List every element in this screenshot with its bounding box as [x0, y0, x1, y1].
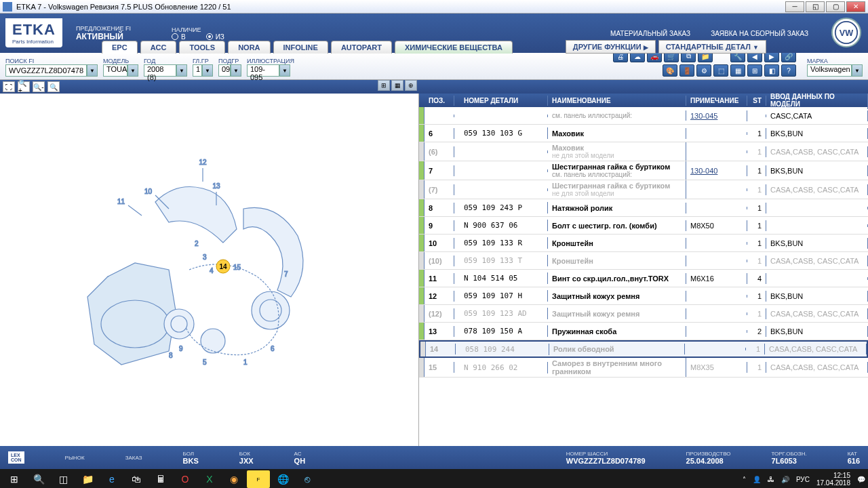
stock-label: НАЛИЧИЕ — [172, 26, 224, 33]
svg-line-12 — [128, 205, 142, 216]
table-row[interactable]: 6059 130 103 GМаховик1BKS,BUN — [419, 125, 868, 142]
vw-logo: VW — [831, 18, 861, 47]
assembly-order-link[interactable]: ЗАЯВКА НА СБОРНЫЙ ЗАКАЗ — [711, 30, 808, 37]
year-select[interactable]: 2008 (8) — [144, 64, 176, 77]
status-bar: LEXCON РЫНОК ЗАКАЗ БОЛBKS БОКJXX АСQH НО… — [0, 446, 868, 469]
brand-dropdown[interactable]: ▼ — [852, 64, 863, 77]
tray-people-icon[interactable]: 👤 — [753, 476, 761, 483]
tool5-icon[interactable]: ⊞ — [747, 64, 762, 77]
svg-text:10: 10 — [144, 188, 152, 195]
zoom-out-icon[interactable]: 🔍- — [33, 81, 45, 92]
table-row[interactable]: 8059 109 243 PНатяжной ролик1 — [419, 199, 868, 217]
table-row[interactable]: (6)Маховикне для этой модели1CASA,CASB, … — [419, 142, 868, 161]
tray-notifications-icon[interactable]: 💬 — [857, 476, 865, 483]
svg-text:9: 9 — [179, 345, 183, 352]
tray-up-icon[interactable]: ˄ — [743, 476, 746, 483]
opera-icon[interactable]: O — [174, 470, 197, 488]
svg-text:2: 2 — [195, 240, 199, 247]
edge-icon[interactable]: e — [100, 470, 123, 488]
diagram-tool1-icon[interactable]: ⊞ — [378, 80, 390, 91]
app-icon — [3, 2, 12, 12]
proposal-label: ПРЕДЛОЖЕНИЕ FI — [76, 25, 131, 32]
app4-icon[interactable]: ⎋ — [296, 470, 319, 488]
tool2-icon[interactable]: ⚙ — [696, 64, 711, 77]
svg-text:6: 6 — [271, 345, 275, 352]
tray-volume-icon[interactable]: 🔊 — [781, 476, 789, 483]
filter-bar: ПОИСК FI▼ МОДЕЛЬTOUA▼ ГОД2008 (8)▼ ГЛ.ГР… — [0, 53, 868, 80]
other-functions-button[interactable]: ДРУГИЕ ФУНКЦИИ ▶ — [566, 40, 656, 54]
table-row[interactable]: 15N 910 266 02Саморез в внутренним много… — [419, 358, 868, 378]
parts-diagram[interactable]: ⊞ ▦ ⊕ 12 10 11 13 2 3 — [0, 94, 419, 446]
app3-icon[interactable]: 🌐 — [271, 470, 294, 488]
table-row[interactable]: см. панель иллюстраций:130-045CASC,CATA — [419, 107, 868, 125]
tab-epc[interactable]: EPC — [102, 41, 138, 54]
minimize-button[interactable]: ─ — [785, 1, 804, 12]
restore-button[interactable]: ◱ — [806, 1, 825, 12]
app1-icon[interactable]: ◉ — [222, 470, 245, 488]
tray-lang[interactable]: РУС — [796, 476, 810, 483]
app2-icon[interactable]: F — [247, 470, 270, 488]
tab-tools[interactable]: TOOLS — [179, 41, 225, 54]
svg-text:8: 8 — [169, 352, 173, 359]
search-dropdown[interactable]: ▼ — [87, 64, 98, 77]
table-row[interactable]: 12059 109 107 HЗащитный кожух ремня1BKS,… — [419, 287, 868, 305]
material-order-link[interactable]: МАТЕРИАЛЬНЫЙ ЗАКАЗ — [610, 30, 690, 37]
tab-infoline[interactable]: INFOLINE — [273, 41, 328, 54]
taskview-icon[interactable]: ◫ — [52, 470, 75, 488]
diagram-tool2-icon[interactable]: ▦ — [391, 80, 403, 91]
explorer-icon[interactable]: 📁 — [76, 470, 99, 488]
table-row[interactable]: 11N 104 514 05Винт со скр.цил.гол.,внут.… — [419, 270, 868, 287]
podgr-select[interactable]: 09 — [218, 64, 231, 77]
excel-icon[interactable]: X — [198, 470, 221, 488]
tray-network-icon[interactable]: 🖧 — [768, 476, 774, 483]
stock-option-b[interactable]: В — [172, 33, 186, 41]
search-input[interactable] — [5, 64, 87, 77]
tool4-icon[interactable]: ▦ — [730, 64, 745, 77]
year-dropdown[interactable]: ▼ — [176, 64, 187, 77]
calculator-icon[interactable]: 🖩 — [149, 470, 172, 488]
model-select[interactable]: TOUA — [103, 64, 127, 77]
brand-select[interactable]: Volkswagen — [807, 64, 852, 77]
table-row[interactable]: (12)059 109 123 ADЗащитный кожух ремня1C… — [419, 305, 868, 323]
door-icon[interactable]: 🚪 — [679, 64, 694, 77]
model-dropdown[interactable]: ▼ — [127, 64, 138, 77]
glgr-dropdown[interactable]: ▼ — [202, 64, 213, 77]
zoom-reset-icon[interactable]: 🔍 — [47, 81, 60, 92]
paint-icon[interactable]: 🎨 — [663, 64, 677, 77]
zoom-in-icon[interactable]: 🔍+ — [18, 81, 30, 92]
stock-option-iz[interactable]: ИЗ — [206, 33, 224, 41]
table-row[interactable]: 14058 109 244Ролик обводной1CASA,CASB, C… — [419, 340, 868, 358]
table-row[interactable]: (7)Шестигранная гайка с буртикомне для э… — [419, 180, 868, 199]
standard-parts-dropdown[interactable]: СТАНДАРТНЫЕ ДЕТАЛ ▼ — [658, 40, 766, 54]
podgr-dropdown[interactable]: ▼ — [231, 64, 241, 77]
maximize-button[interactable]: ▢ — [826, 1, 845, 12]
parts-table: ПОЗ. НОМЕР ДЕТАЛИ НАИМЕНОВАНИЕ ПРИМЕЧАНИ… — [419, 94, 868, 446]
tool6-icon[interactable]: ◧ — [764, 64, 779, 77]
tab-autopart[interactable]: AUTOPART — [331, 41, 392, 54]
search-icon[interactable]: 🔍 — [27, 470, 50, 488]
illustration-dropdown[interactable]: ▼ — [279, 64, 290, 77]
main-tabs: EPC ACC TOOLS NORA INFOLINE AUTOPART ХИМ… — [102, 41, 513, 54]
tool3-icon[interactable]: ⬚ — [713, 64, 728, 77]
table-row[interactable]: (10)059 109 133 TКронштейн1CASA,CASB, CA… — [419, 252, 868, 270]
diagram-svg: 12 10 11 13 2 3 4 9 5 8 1 6 7 15 14 — [67, 141, 352, 399]
tab-acc[interactable]: ACC — [140, 41, 177, 54]
glgr-select[interactable]: 1 — [193, 64, 202, 77]
svg-text:13: 13 — [212, 182, 220, 190]
svg-point-6 — [252, 291, 290, 329]
table-row[interactable]: 13078 109 150 AПружинная скоба2BKS,BUN — [419, 323, 868, 340]
tab-chemicals[interactable]: ХИМИЧЕСКИЕ ВЕЩЕСТВА — [395, 41, 513, 54]
close-button[interactable]: ✕ — [846, 1, 865, 12]
table-row[interactable]: 10059 109 133 RКронштейн1BKS,BUN — [419, 235, 868, 252]
diagram-tool3-icon[interactable]: ⊕ — [405, 80, 417, 91]
window-titlebar: ETKA 7 - Volkswagen Ревизия 7.5 PLUS Обн… — [0, 0, 868, 14]
tray-clock[interactable]: 12:1517.04.2018 — [816, 472, 850, 487]
illustration-select[interactable]: 109-095 — [247, 64, 279, 77]
zoom-fit-icon[interactable]: ⛶ — [3, 81, 15, 92]
table-row[interactable]: 9N 900 637 06Болт с шестигр. гол. (комби… — [419, 217, 868, 235]
tab-nora[interactable]: NORA — [228, 41, 270, 54]
table-row[interactable]: 7Шестигранная гайка с буртикомсм. панель… — [419, 161, 868, 180]
help-icon[interactable]: ? — [781, 64, 796, 77]
start-button[interactable]: ⊞ — [3, 470, 26, 488]
store-icon[interactable]: 🛍 — [125, 470, 148, 488]
